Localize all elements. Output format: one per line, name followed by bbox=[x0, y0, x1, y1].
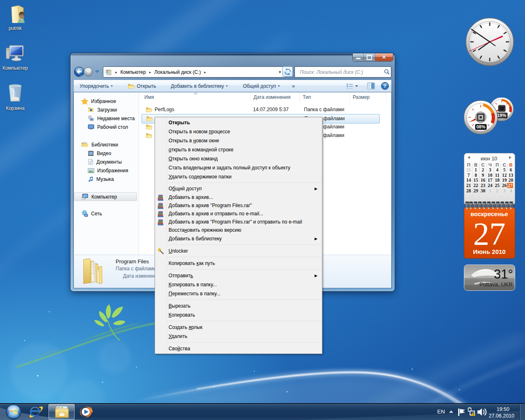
svg-text:4: 4 bbox=[496, 167, 498, 172]
svg-text:В: В bbox=[474, 162, 477, 167]
svg-text:С: С bbox=[481, 162, 484, 167]
svg-text:20: 20 bbox=[509, 178, 514, 183]
svg-text:П: П bbox=[495, 162, 499, 167]
svg-text:18: 18 bbox=[495, 178, 500, 183]
svg-text:19:50: 19:50 bbox=[497, 406, 509, 412]
svg-text:EN: EN bbox=[437, 409, 445, 415]
svg-text:25: 25 bbox=[495, 183, 500, 188]
svg-text:08%: 08% bbox=[476, 124, 485, 129]
svg-text:27: 27 bbox=[473, 216, 506, 251]
svg-text:2: 2 bbox=[482, 167, 484, 172]
svg-text:Ч: Ч bbox=[488, 162, 492, 167]
svg-text:31: 31 bbox=[466, 167, 471, 172]
svg-text:10: 10 bbox=[488, 173, 493, 178]
svg-text:2: 2 bbox=[496, 188, 498, 193]
svg-text:19%: 19% bbox=[497, 113, 506, 118]
svg-text:П: П bbox=[467, 162, 470, 167]
svg-text:8: 8 bbox=[475, 173, 477, 178]
svg-text:14: 14 bbox=[466, 178, 471, 183]
svg-text:23: 23 bbox=[481, 183, 486, 188]
svg-text:22: 22 bbox=[473, 183, 478, 188]
svg-text:3: 3 bbox=[503, 188, 506, 193]
svg-text:13: 13 bbox=[509, 173, 514, 178]
svg-text:июн 10: июн 10 bbox=[481, 156, 498, 162]
svg-text:1: 1 bbox=[489, 188, 491, 193]
svg-text:9: 9 bbox=[482, 173, 484, 178]
svg-text:Poltava, UKR: Poltava, UKR bbox=[479, 281, 513, 288]
svg-text:4: 4 bbox=[510, 188, 512, 193]
svg-text:28: 28 bbox=[466, 188, 471, 193]
svg-text:3: 3 bbox=[489, 167, 491, 172]
svg-text:6: 6 bbox=[510, 167, 512, 172]
svg-text:16: 16 bbox=[481, 178, 486, 183]
svg-text:31°: 31° bbox=[494, 267, 513, 281]
svg-text:24: 24 bbox=[488, 183, 493, 188]
svg-text:27: 27 bbox=[508, 183, 513, 188]
svg-text:?: ? bbox=[384, 83, 386, 89]
svg-text:29: 29 bbox=[473, 188, 478, 193]
svg-text:7: 7 bbox=[468, 173, 470, 178]
svg-text:17: 17 bbox=[488, 178, 493, 183]
svg-text:С: С bbox=[503, 162, 506, 167]
svg-text:12: 12 bbox=[502, 173, 507, 178]
svg-text:27.06.2010: 27.06.2010 bbox=[488, 413, 514, 419]
svg-text:1: 1 bbox=[475, 167, 477, 172]
svg-text:26: 26 bbox=[502, 183, 507, 188]
svg-text:5: 5 bbox=[503, 167, 506, 172]
svg-text:11: 11 bbox=[495, 173, 500, 178]
svg-text:15: 15 bbox=[473, 178, 478, 183]
svg-text:Июнь 2010: Июнь 2010 bbox=[473, 248, 505, 255]
svg-text:19: 19 bbox=[502, 178, 507, 183]
svg-text:В: В bbox=[509, 162, 513, 167]
svg-text:30: 30 bbox=[481, 188, 486, 193]
svg-text:21: 21 bbox=[466, 183, 471, 188]
